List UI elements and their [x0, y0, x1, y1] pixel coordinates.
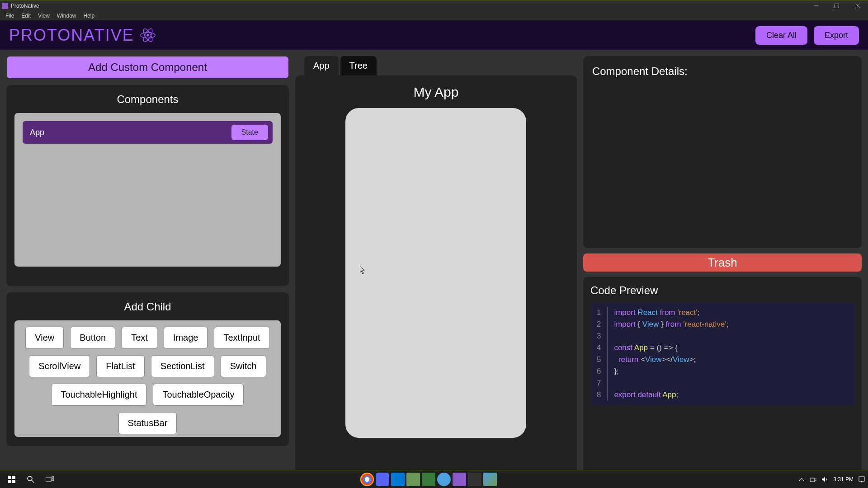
menu-file[interactable]: File — [2, 12, 18, 20]
svg-rect-8 — [8, 476, 11, 479]
component-item-app[interactable]: App State — [23, 121, 273, 144]
child-scrollview[interactable]: ScrollView — [29, 355, 90, 377]
logo-text: PROTONATIVE — [9, 26, 134, 45]
state-button[interactable]: State — [231, 125, 268, 140]
tray-chevron-icon[interactable] — [798, 476, 805, 483]
window-titlebar: ProtoNative — [0, 0, 868, 11]
svg-rect-1 — [835, 4, 839, 8]
atom-icon — [140, 27, 156, 43]
taskbar-clock[interactable]: 3:31 PM — [833, 476, 854, 483]
child-switch[interactable]: Switch — [221, 355, 266, 377]
taskbar-apps — [360, 473, 497, 486]
windows-taskbar: 3:31 PM — [0, 470, 868, 488]
taskbar-app-terminal[interactable] — [468, 473, 481, 486]
svg-line-13 — [32, 480, 34, 483]
main-area: Add Custom Component Components App Stat… — [0, 50, 868, 488]
child-flatlist[interactable]: FlatList — [96, 355, 144, 377]
window-minimize-button[interactable] — [806, 0, 826, 11]
canvas-title: My App — [413, 84, 458, 100]
taskbar-app-chrome[interactable] — [360, 473, 374, 486]
code-preview-title: Code Preview — [590, 284, 854, 297]
window-close-button[interactable] — [847, 0, 868, 11]
svg-point-7 — [146, 34, 149, 36]
add-child-panel: Add Child View Button Text Image TextInp… — [6, 292, 289, 446]
child-view[interactable]: View — [25, 327, 64, 349]
trash-button[interactable]: Trash — [583, 253, 862, 272]
svg-rect-17 — [810, 478, 815, 482]
canvas-tabs: App Tree — [304, 56, 577, 75]
taskbar-app-9[interactable] — [483, 473, 497, 486]
window-maximize-button[interactable] — [826, 0, 847, 11]
child-statusbar[interactable]: StatusBar — [118, 412, 177, 434]
taskbar-app-discord[interactable] — [376, 473, 389, 486]
menu-view[interactable]: View — [34, 12, 53, 20]
component-name: App — [30, 128, 44, 137]
child-touchableopacity[interactable]: TouchableOpacity — [153, 384, 244, 406]
code-content: import React from 'react'; import { View… — [608, 307, 728, 401]
code-gutter: 12345678 — [590, 307, 608, 401]
child-button[interactable]: Button — [70, 327, 115, 349]
components-title: Components — [14, 93, 281, 106]
search-icon[interactable] — [22, 470, 40, 488]
taskbar-app-protonative[interactable] — [453, 473, 466, 486]
child-image[interactable]: Image — [164, 327, 208, 349]
code-preview-panel: Code Preview 12345678 import React from … — [583, 277, 862, 482]
taskbar-app-vscode[interactable] — [391, 473, 405, 486]
component-details-panel: Component Details: — [583, 56, 862, 248]
app-icon — [2, 3, 8, 9]
taskbar-app-6[interactable] — [437, 473, 451, 486]
menu-edit[interactable]: Edit — [18, 12, 34, 20]
component-details-title: Component Details: — [592, 65, 853, 78]
window-title: ProtoNative — [11, 3, 39, 9]
tray-notifications-icon[interactable] — [858, 476, 865, 483]
export-button[interactable]: Export — [814, 26, 859, 45]
child-elements-list: View Button Text Image TextInput ScrollV… — [14, 320, 281, 437]
components-list: App State — [14, 113, 281, 267]
tray-volume-icon[interactable] — [821, 476, 829, 483]
canvas-panel: My App — [295, 75, 577, 482]
add-custom-component-button[interactable]: Add Custom Component — [6, 56, 289, 79]
code-editor[interactable]: 12345678 import React from 'react'; impo… — [590, 302, 854, 405]
menu-help[interactable]: Help — [80, 12, 99, 20]
clear-all-button[interactable]: Clear All — [755, 26, 807, 45]
task-view-icon[interactable] — [41, 470, 59, 488]
menu-window[interactable]: Window — [53, 12, 80, 20]
svg-point-12 — [28, 476, 32, 481]
add-child-title: Add Child — [14, 300, 281, 313]
child-text[interactable]: Text — [122, 327, 157, 349]
phone-canvas[interactable] — [345, 108, 526, 438]
tab-app[interactable]: App — [304, 56, 339, 75]
app-header: PROTONATIVE Clear All Export — [0, 21, 868, 50]
components-panel: Components App State — [6, 85, 289, 286]
taskbar-app-4[interactable] — [406, 473, 420, 486]
svg-rect-10 — [8, 480, 11, 483]
svg-rect-20 — [859, 477, 864, 481]
start-button[interactable] — [3, 470, 21, 488]
tab-tree[interactable]: Tree — [340, 56, 377, 75]
child-textinput[interactable]: TextInput — [214, 327, 269, 349]
svg-rect-9 — [12, 476, 15, 479]
svg-rect-14 — [46, 477, 51, 482]
svg-rect-16 — [52, 479, 54, 481]
child-touchablehighlight[interactable]: TouchableHighlight — [51, 384, 146, 406]
cursor-icon — [360, 266, 365, 276]
child-sectionlist[interactable]: SectionList — [151, 355, 214, 377]
taskbar-app-5[interactable] — [422, 473, 435, 486]
svg-rect-15 — [52, 476, 54, 478]
svg-rect-11 — [12, 480, 15, 483]
menu-bar: File Edit View Window Help — [0, 11, 868, 21]
tray-network-icon[interactable] — [810, 476, 817, 483]
